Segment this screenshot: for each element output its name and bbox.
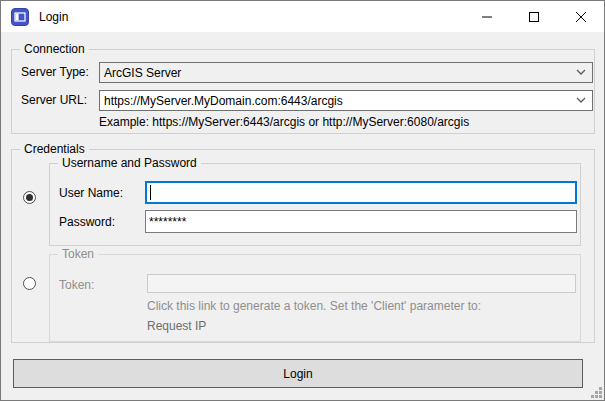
username-password-legend: Username and Password — [58, 156, 201, 170]
maximize-button[interactable] — [510, 1, 557, 32]
token-label: Token: — [59, 278, 94, 292]
minimize-button[interactable] — [463, 1, 510, 32]
server-type-value: ArcGIS Server — [104, 66, 181, 80]
server-url-combobox[interactable]: https://MyServer.MyDomain.com:6443/arcgi… — [99, 90, 593, 111]
text-caret — [150, 185, 151, 200]
login-dialog: Login Connection Server Type: ArcGIS Ser… — [0, 0, 605, 401]
login-button[interactable]: Login — [13, 359, 583, 388]
token-radio[interactable] — [23, 277, 36, 290]
chevron-down-icon — [576, 97, 586, 104]
token-input — [147, 274, 576, 293]
credentials-legend: Credentials — [20, 142, 89, 156]
server-url-label: Server URL: — [21, 93, 87, 107]
password-label: Password: — [59, 215, 115, 229]
radio-dot — [26, 194, 33, 201]
token-hint-text: Click this link to generate a token. Set… — [147, 299, 481, 313]
user-name-label: User Name: — [59, 186, 123, 200]
user-name-input[interactable] — [145, 181, 577, 204]
server-url-example: Example: https://MyServer:6443/arcgis or… — [99, 115, 469, 129]
token-group: Token — [49, 254, 581, 342]
token-legend: Token — [58, 247, 98, 261]
server-type-label: Server Type: — [21, 65, 89, 79]
chevron-down-icon — [576, 69, 586, 76]
token-client-link[interactable]: Request IP — [147, 319, 206, 333]
close-button[interactable] — [557, 1, 604, 32]
server-type-combobox[interactable]: ArcGIS Server — [99, 62, 593, 83]
maximize-icon — [528, 11, 540, 23]
username-password-radio[interactable] — [23, 191, 36, 204]
login-button-label: Login — [283, 367, 312, 381]
server-url-value: https://MyServer.MyDomain.com:6443/arcgi… — [104, 94, 343, 108]
window-controls — [463, 1, 604, 32]
connection-legend: Connection — [20, 42, 89, 56]
window-title: Login — [39, 10, 68, 24]
minimize-icon — [481, 11, 493, 23]
username-password-group: Username and Password — [49, 163, 581, 246]
close-icon — [575, 11, 587, 23]
password-input[interactable] — [145, 210, 577, 233]
title-bar: Login — [1, 1, 604, 32]
resize-grip-icon[interactable] — [589, 385, 602, 398]
form-window-icon — [11, 8, 29, 26]
